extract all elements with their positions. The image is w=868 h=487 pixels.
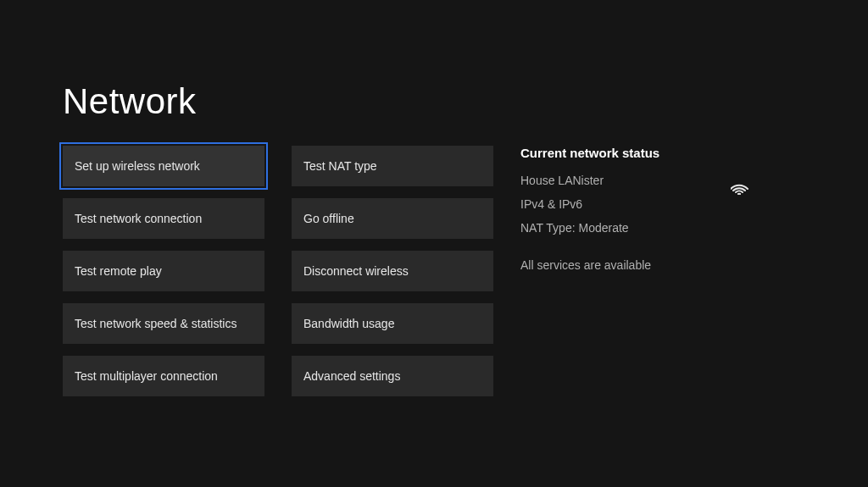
tile-label: Test network speed & statistics <box>75 317 236 330</box>
tile-setup-wireless[interactable]: Set up wireless network <box>63 146 264 186</box>
tile-label: Test remote play <box>75 264 162 278</box>
tile-test-speed-stats[interactable]: Test network speed & statistics <box>63 303 264 344</box>
tile-label: Bandwidth usage <box>303 317 394 330</box>
status-panel: Current network status House LANister IP… <box>520 146 775 396</box>
status-services: All services are available <box>520 258 775 272</box>
tile-advanced-settings[interactable]: Advanced settings <box>292 356 493 396</box>
tile-bandwidth-usage[interactable]: Bandwidth usage <box>292 303 493 344</box>
tile-label: Go offline <box>303 212 354 225</box>
tile-label: Set up wireless network <box>75 159 200 173</box>
tile-test-nat[interactable]: Test NAT type <box>292 146 493 186</box>
tile-label: Test multiplayer connection <box>75 369 218 383</box>
tile-go-offline[interactable]: Go offline <box>292 198 493 239</box>
status-nat-type: NAT Type: Moderate <box>520 221 775 235</box>
wifi-icon <box>731 180 749 198</box>
tile-label: Test NAT type <box>303 159 377 173</box>
tile-disconnect-wireless[interactable]: Disconnect wireless <box>292 251 493 291</box>
settings-column-right: Test NAT type Go offline Disconnect wire… <box>292 146 493 396</box>
tile-test-remote-play[interactable]: Test remote play <box>63 251 264 291</box>
tile-test-multiplayer[interactable]: Test multiplayer connection <box>63 356 264 396</box>
status-ip-version: IPv4 & IPv6 <box>520 197 775 211</box>
settings-column-left: Set up wireless network Test network con… <box>63 146 264 396</box>
tile-test-network-connection[interactable]: Test network connection <box>63 198 264 239</box>
status-heading: Current network status <box>520 146 775 160</box>
settings-columns: Set up wireless network Test network con… <box>63 146 775 396</box>
tile-label: Test network connection <box>75 212 202 225</box>
page-title: Network <box>63 81 197 122</box>
tile-label: Disconnect wireless <box>303 264 409 278</box>
tile-label: Advanced settings <box>303 369 400 383</box>
